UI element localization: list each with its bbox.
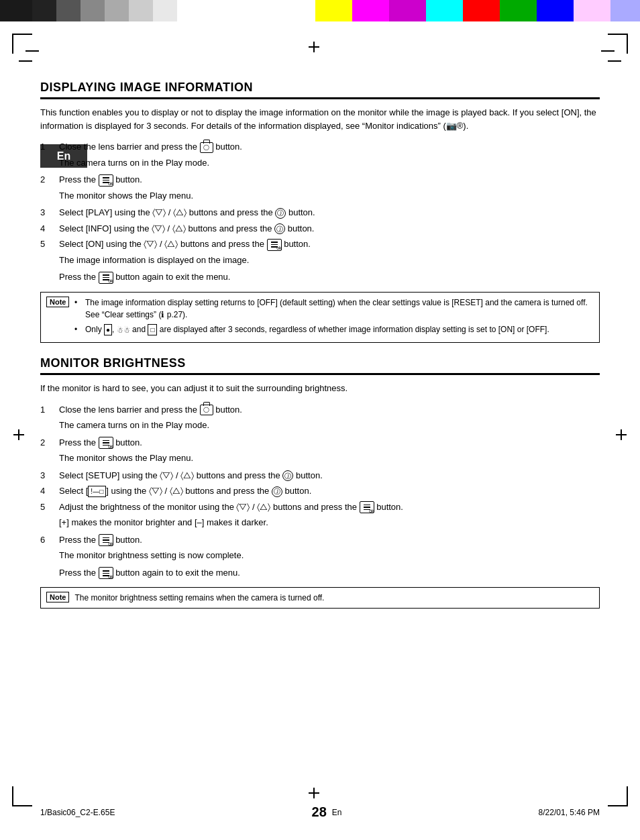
- menu-ok-button-icon-3: ok: [99, 272, 113, 284]
- tick-left-mid: [19, 60, 32, 62]
- crosshair-bottom: [309, 788, 319, 798]
- page-footer: 1/Basic06_C2-E.65E 28 En 8/22/01, 5:46 P…: [40, 804, 600, 820]
- menu-ok-button-icon-7: ok: [99, 567, 113, 579]
- camera-button-icon-2: ◯: [200, 405, 213, 415]
- step-1-1-sub: The camera turns on in the Play mode.: [59, 156, 600, 170]
- step-2-6: 6 Press the ok button.: [40, 533, 600, 547]
- section1-intro: This function enables you to display or …: [40, 106, 600, 132]
- step-1-4: 4 Select [INFO] using the 〈▽〉 / 〈△〉 butt…: [40, 222, 600, 235]
- step-2-3: 3 Select [SETUP] using the 〈▽〉 / 〈△〉 but…: [40, 469, 600, 482]
- crosshair-top: [309, 42, 319, 52]
- step-1-5: 5 Select [ON] using the 〈▽〉 / 〈△〉 button…: [40, 238, 600, 251]
- section2-steps: 1 Close the lens barrier and press the ◯…: [40, 403, 600, 580]
- page-number-badge: 28 En: [312, 804, 342, 820]
- tick-right-mid: [608, 60, 621, 62]
- menu-ok-button-icon-4: ok: [99, 437, 113, 449]
- tick-right-top: [601, 50, 615, 52]
- section2-intro: If the monitor is hard to see, you can a…: [40, 382, 600, 395]
- tick-left-top: [25, 50, 39, 52]
- icon-rec: ●: [104, 324, 112, 335]
- note-label-2: Note: [46, 592, 69, 602]
- corner-mark-bl: [12, 786, 32, 806]
- ok-button-icon: Ⓙ: [275, 208, 286, 219]
- menu-ok-button-icon-2: ok: [267, 239, 282, 251]
- ok-button-icon-3: Ⓙ: [282, 470, 293, 481]
- step-2-1: 1 Close the lens barrier and press the ◯…: [40, 403, 600, 417]
- section2-note-box: Note The monitor brightness setting rema…: [40, 587, 600, 609]
- note-content-2: The monitor brightness setting remains w…: [74, 592, 324, 604]
- step-1-3: 3 Select [PLAY] using the 〈▽〉 / 〈△〉 butt…: [40, 206, 600, 219]
- step-1-2-sub: The monitor shows the Play menu.: [59, 189, 600, 203]
- page-number: 28: [312, 804, 327, 820]
- menu-ok-button-icon-6: ok: [99, 534, 113, 546]
- crosshair-right: [616, 429, 627, 440]
- step-2-2: 2 Press the ok button.: [40, 436, 600, 450]
- icon-square: □: [148, 324, 157, 335]
- ok-button-icon-4: Ⓙ: [272, 486, 282, 497]
- step-1-1: 1 Close the lens barrier and press the ◯…: [40, 140, 600, 154]
- step-2-4: 4 Select [!―□] using the 〈▽〉 / 〈△〉 butto…: [40, 484, 600, 498]
- main-content: DISPLAYING IMAGE INFORMATION This functi…: [40, 81, 600, 617]
- step-1-2: 2 Press the ok button.: [40, 173, 600, 187]
- section1-steps: 1 Close the lens barrier and press the ◯…: [40, 140, 600, 284]
- brightness-icon: !―□: [88, 486, 106, 497]
- step-2-5: 5 Adjust the brightness of the monitor u…: [40, 501, 600, 514]
- step-2-6-sub2: Press the ok button again to to exit the…: [59, 566, 600, 580]
- crosshair-left: [13, 429, 24, 440]
- color-bar-left: [0, 0, 288, 21]
- step-2-1-sub: The camera turns on in the Play mode.: [59, 419, 600, 432]
- step-2-6-sub1: The monitor brightness setting is now co…: [59, 549, 600, 562]
- menu-ok-button-icon-5: ok: [360, 501, 374, 513]
- note-label-1: Note: [46, 297, 69, 307]
- step-2-2-sub: The monitor shows the Play menu.: [59, 452, 600, 465]
- camera-button-icon: ◯: [200, 142, 213, 153]
- step-1-5-sub1: The image information is displayed on th…: [59, 254, 600, 267]
- ok-button-icon-2: Ⓙ: [274, 223, 285, 234]
- footer-lang: En: [332, 808, 342, 817]
- note-content-1: • The image information display setting …: [74, 297, 594, 338]
- step-1-5-sub2: Press the ok button again to exit the me…: [59, 270, 600, 284]
- footer-left: 1/Basic06_C2-E.65E: [40, 808, 115, 817]
- corner-mark-br: [608, 786, 628, 806]
- section2-title: MONITOR BRIGHTNESS: [40, 356, 600, 375]
- step-2-5-sub: [+] makes the monitor brighter and [–] m…: [59, 516, 600, 529]
- color-bar-right: [315, 0, 640, 21]
- section1-note-box: Note • The image information display set…: [40, 292, 600, 343]
- section-displaying-image-info: DISPLAYING IMAGE INFORMATION This functi…: [40, 81, 600, 343]
- icon-cc: ☃☃: [117, 325, 130, 333]
- footer-right: 8/22/01, 5:46 PM: [539, 808, 600, 817]
- section1-title: DISPLAYING IMAGE INFORMATION: [40, 81, 600, 99]
- color-bars: [0, 0, 640, 21]
- menu-ok-button-icon: ok: [99, 174, 113, 187]
- section-monitor-brightness: MONITOR BRIGHTNESS If the monitor is har…: [40, 356, 600, 609]
